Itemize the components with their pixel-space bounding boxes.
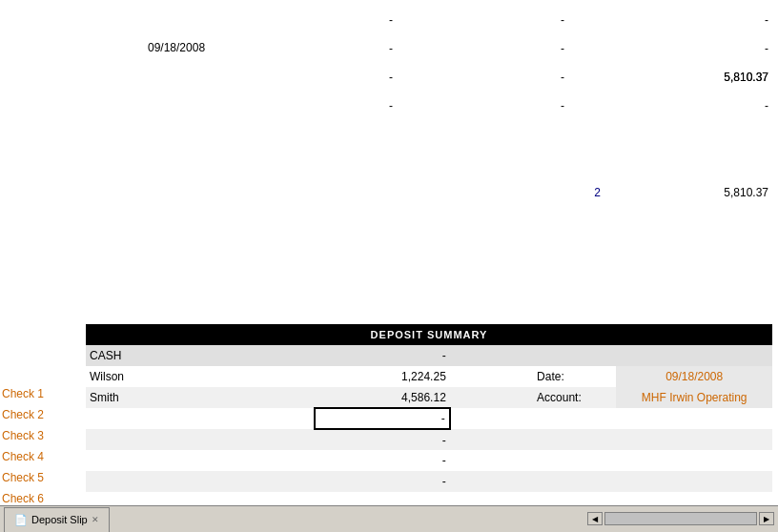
check5-row: - <box>86 450 772 471</box>
check-4-label: Check 4 <box>0 446 86 467</box>
smith-amount: 4,586.12 <box>315 387 450 408</box>
wilson-amount: 1,224.25 <box>315 366 450 387</box>
dash-r1c1: - <box>381 13 400 27</box>
cash-label: CASH <box>86 345 315 366</box>
dash-r1c2: - <box>553 13 572 27</box>
check-1-label: Check 1 <box>0 383 86 404</box>
check5-name <box>86 450 315 471</box>
dash-r4c3: - <box>692 99 768 113</box>
report-date: 09/18/2008 <box>148 41 205 54</box>
dash-r2c1: - <box>381 42 400 55</box>
scroll-right-btn[interactable]: ▶ <box>759 512 774 525</box>
deposit-slip-tab[interactable]: 📄 Deposit Slip ✕ <box>4 507 110 532</box>
value-r3: 5,810.37 <box>692 71 768 84</box>
check5-amount: - <box>315 450 450 471</box>
dash-r4c1: - <box>381 99 400 113</box>
check4-name <box>86 429 315 450</box>
dash-r4c2: - <box>553 99 572 113</box>
check-2-label: Check 2 <box>0 404 86 425</box>
cash-row: CASH - <box>86 345 772 366</box>
check-3-label: Check 3 <box>0 425 86 446</box>
check5-extra <box>450 450 772 471</box>
check6-row: - <box>86 471 772 492</box>
account-spacer <box>450 387 533 408</box>
check4-row: - <box>86 429 772 450</box>
date-label-cell <box>450 345 533 366</box>
wilson-label: Wilson <box>86 366 315 387</box>
deposit-summary-header: DEPOSIT SUMMARY <box>86 324 772 345</box>
date-value: 09/18/2008 <box>616 366 772 387</box>
dash-r3c2: - <box>553 71 572 84</box>
summary-total: 5,810.37 <box>724 186 768 199</box>
deposit-summary-panel: DEPOSIT SUMMARY CASH - Wilson 1,224.25 D… <box>86 324 772 513</box>
check3-amount[interactable]: - <box>315 408 450 429</box>
date-label: Date: <box>533 366 616 387</box>
scrollbar-area: ◀ ▶ <box>587 505 778 532</box>
check6-amount: - <box>315 471 450 492</box>
summary-count: 2 <box>582 186 601 199</box>
dash-r1c3: - <box>692 13 768 27</box>
dash-r3c1: - <box>381 71 400 84</box>
check3-name <box>86 408 315 429</box>
scroll-track[interactable] <box>604 512 757 525</box>
cash-amount: - <box>315 345 450 366</box>
date-info-label <box>533 345 616 366</box>
date-spacer <box>450 366 533 387</box>
check1-row: Wilson 1,224.25 Date: 09/18/2008 <box>86 366 772 387</box>
account-value: MHF Irwin Operating <box>616 387 772 408</box>
check2-row: Smith 4,586.12 Account: MHF Irwin Operat… <box>86 387 772 408</box>
scroll-left-btn[interactable]: ◀ <box>587 512 603 525</box>
taskbar: 📄 Deposit Slip ✕ ◀ ▶ <box>0 505 778 532</box>
dash-r2c2: - <box>553 42 572 55</box>
check3-row: - <box>86 408 772 429</box>
check4-extra <box>450 429 772 450</box>
smith-label: Smith <box>86 387 315 408</box>
check-5-label: Check 5 <box>0 467 86 488</box>
deposit-slip-tab-label: Deposit Slip <box>31 514 88 525</box>
account-label: Account: <box>533 387 616 408</box>
deposit-slip-icon: 📄 <box>14 514 28 526</box>
dash-r2c3: - <box>692 42 768 55</box>
check4-amount: - <box>315 429 450 450</box>
check6-name <box>86 471 315 492</box>
check6-extra <box>450 471 772 492</box>
tab-close-icon[interactable]: ✕ <box>92 515 99 524</box>
date-info-value <box>616 345 772 366</box>
check3-extra <box>450 408 772 429</box>
upper-report: 09/18/2008 - - - - - - - - 5,810.37 5,81… <box>0 0 778 324</box>
deposit-table: CASH - Wilson 1,224.25 Date: 09/18/2008 … <box>86 345 772 513</box>
